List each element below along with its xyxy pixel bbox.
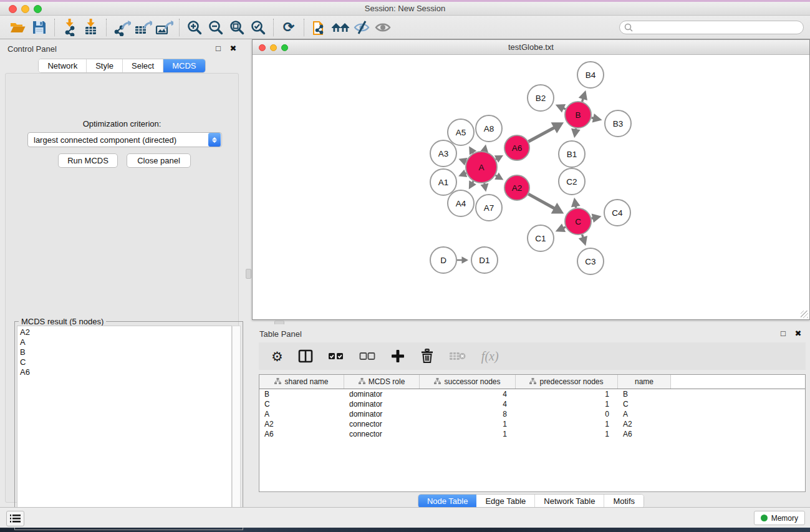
optimization-criterion-select[interactable]: largest connected component (directed) xyxy=(27,132,222,147)
export-table-icon[interactable] xyxy=(132,17,153,37)
graph-edge[interactable] xyxy=(528,194,555,209)
tab-style[interactable]: Style xyxy=(87,59,123,72)
graph-node-label: A7 xyxy=(484,203,494,213)
table-cell: C xyxy=(259,399,344,409)
network-view-window: testGlobe.txt AA1A2A3A4A5A6A7A8BB1B2B3B4… xyxy=(252,39,810,320)
search-container xyxy=(619,21,804,34)
export-image-icon[interactable] xyxy=(153,17,175,37)
tab-select[interactable]: Select xyxy=(123,59,163,72)
table-cell: C xyxy=(618,399,671,409)
table-row[interactable]: Bdominator41B xyxy=(259,389,805,399)
memory-button[interactable]: Memory xyxy=(754,511,805,525)
column-header-MCDS-role[interactable]: MCDS role xyxy=(344,375,420,389)
close-panel-button[interactable]: Close panel xyxy=(127,153,191,168)
import-network-icon[interactable] xyxy=(59,17,80,37)
table-settings-icon[interactable]: ⚙ xyxy=(271,347,283,365)
zoom-in-icon[interactable] xyxy=(184,17,205,37)
table-cell: A xyxy=(618,409,671,419)
refresh-icon[interactable]: ⟳ xyxy=(278,17,299,37)
zoom-out-icon[interactable] xyxy=(205,17,226,37)
zoom-fit-icon[interactable] xyxy=(226,17,248,37)
attribute-icon xyxy=(359,377,365,386)
network-window-title: testGlobe.txt xyxy=(253,42,809,52)
table-row[interactable]: A2connector11A2 xyxy=(259,419,805,429)
table-cell: 1 xyxy=(420,419,516,429)
export-network-icon[interactable] xyxy=(111,17,132,37)
tab-node-table[interactable]: Node Table xyxy=(418,495,477,508)
zoom-selected-icon[interactable] xyxy=(248,17,269,37)
mcds-result-item[interactable]: A6 xyxy=(20,367,229,377)
resize-grip-icon[interactable] xyxy=(801,311,808,318)
column-header-shared-name[interactable]: shared name xyxy=(259,375,344,389)
control-panel-tabbar: Network Style Select MCDS xyxy=(0,59,244,73)
graph-edge-arrowhead xyxy=(571,198,581,208)
network-canvas[interactable]: AA1A2A3A4A5A6A7A8BB1B2B3B4CC1C2C3C4DD1 xyxy=(253,55,809,319)
hide-selected-icon[interactable] xyxy=(351,17,372,37)
mcds-result-title: MCDS result (5 nodes) xyxy=(19,317,106,326)
table-cell: connector xyxy=(344,429,420,439)
table-cell: dominator xyxy=(344,409,420,419)
close-panel-icon[interactable]: ✖ xyxy=(229,44,238,53)
dropdown-stepper-icon xyxy=(208,133,221,147)
table-cell: 0 xyxy=(516,409,618,419)
mcds-result-item[interactable]: A2 xyxy=(20,327,229,337)
table-cell: 4 xyxy=(420,389,516,399)
run-mcds-button[interactable]: Run MCDS xyxy=(58,153,118,168)
table-cell: 8 xyxy=(420,409,516,419)
mcds-panel-body: Optimization criterion: largest connecte… xyxy=(5,73,239,503)
graph-edge-arrowhead xyxy=(481,183,489,192)
new-network-from-selection-icon[interactable] xyxy=(309,17,330,37)
deselect-all-icon[interactable] xyxy=(359,347,375,365)
graph-node-label: C xyxy=(575,217,581,226)
tab-network-table[interactable]: Network Table xyxy=(535,495,604,508)
task-history-button[interactable] xyxy=(6,511,24,526)
split-view-icon[interactable] xyxy=(298,347,313,365)
tab-edge-table[interactable]: Edge Table xyxy=(476,495,535,508)
mcds-result-item[interactable]: B xyxy=(20,347,229,357)
table-cell: 1 xyxy=(516,389,618,399)
search-input[interactable] xyxy=(619,21,804,34)
graph-edge[interactable] xyxy=(528,127,555,142)
tab-mcds[interactable]: MCDS xyxy=(163,59,205,72)
mcds-result-item[interactable]: A xyxy=(20,337,229,347)
column-header-name[interactable]: name xyxy=(618,375,671,389)
save-session-icon[interactable] xyxy=(29,17,50,37)
open-session-icon[interactable] xyxy=(7,17,29,37)
toolbar-separator xyxy=(273,19,274,36)
graph-edge-arrowhead xyxy=(571,128,581,138)
close-table-panel-icon[interactable]: ✖ xyxy=(794,329,803,338)
result-list-scrollbar[interactable] xyxy=(232,326,241,528)
network-window-titlebar: testGlobe.txt xyxy=(253,40,809,55)
tab-motifs[interactable]: Motifs xyxy=(604,495,644,508)
tab-network[interactable]: Network xyxy=(39,59,87,72)
graph-node-label: A4 xyxy=(456,199,466,208)
graph-node-label: D xyxy=(440,256,446,265)
show-all-icon[interactable] xyxy=(372,17,393,37)
table-row[interactable]: A6connector11A6 xyxy=(259,429,805,439)
node-table[interactable]: shared nameMCDS rolesuccessor nodesprede… xyxy=(259,374,806,492)
column-header-predecessor-nodes[interactable]: predecessor nodes xyxy=(516,375,618,389)
graph-node-label: C4 xyxy=(612,208,623,218)
import-table-icon[interactable] xyxy=(80,17,102,37)
optimization-criterion-label: Optimization criterion: xyxy=(6,119,238,128)
delete-column-icon[interactable] xyxy=(420,347,434,365)
mcds-result-list[interactable]: A2ABCA6 xyxy=(17,326,232,528)
table-row[interactable]: Adominator80A xyxy=(259,409,805,419)
mcds-result-item[interactable]: C xyxy=(20,357,229,367)
column-header-successor-nodes[interactable]: successor nodes xyxy=(420,375,516,389)
graph-node-label: C3 xyxy=(585,257,595,266)
graph-node-label: A8 xyxy=(484,124,494,133)
table-toolbar: ⚙ f(x) xyxy=(259,342,806,370)
attribute-icon xyxy=(274,377,281,386)
float-panel-icon[interactable]: □ xyxy=(214,44,223,53)
table-row[interactable]: Cdominator41C xyxy=(259,399,805,409)
vertical-split-handle[interactable] xyxy=(246,269,251,279)
float-table-panel-icon[interactable]: □ xyxy=(779,329,788,338)
window-title: Session: New Session xyxy=(0,4,810,13)
table-cell: 1 xyxy=(516,399,618,409)
select-all-icon[interactable] xyxy=(328,347,344,365)
home-icon[interactable] xyxy=(330,17,351,37)
attribute-icon xyxy=(434,377,441,386)
add-column-icon[interactable] xyxy=(390,347,405,365)
toolbar-separator xyxy=(304,19,304,36)
